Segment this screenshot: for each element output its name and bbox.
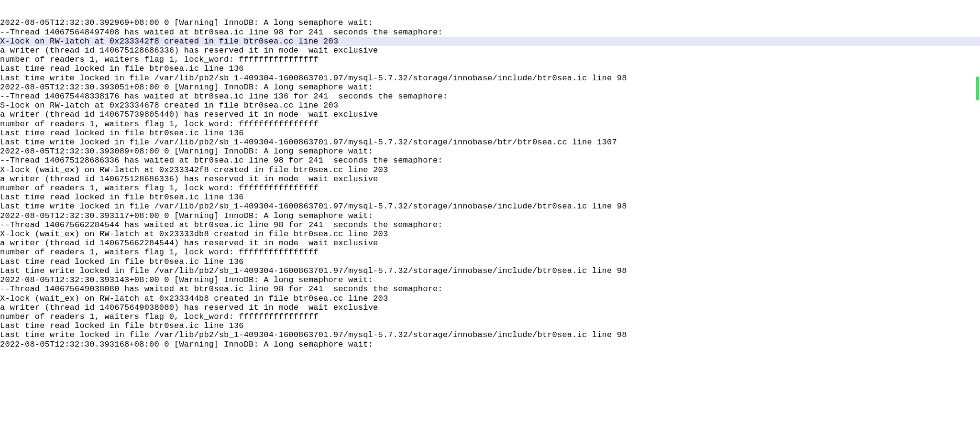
log-line[interactable]: X-lock (wait_ex) on RW-latch at 0x23333d… (0, 229, 980, 239)
log-line[interactable]: number of readers 1, waiters flag 1, loc… (0, 248, 980, 257)
log-line[interactable]: a writer (thread id 140675739805440) has… (0, 110, 980, 119)
log-line[interactable]: X-lock on RW-latch at 0x233342f8 created… (0, 37, 980, 46)
log-line[interactable]: --Thread 140675649038080 has waited at b… (0, 284, 980, 294)
scroll-position-indicator (976, 76, 979, 100)
log-line[interactable]: 2022-08-05T12:32:30.393143+08:00 0 [Warn… (0, 275, 980, 284)
log-line[interactable]: Last time read locked in file btr0sea.ic… (0, 257, 980, 266)
log-line[interactable]: a writer (thread id 140675128686336) has… (0, 46, 980, 55)
log-line[interactable]: a writer (thread id 140675128686336) has… (0, 174, 980, 184)
log-line[interactable]: Last time read locked in file btr0sea.ic… (0, 193, 980, 202)
log-line[interactable]: number of readers 1, waiters flag 1, loc… (0, 120, 980, 129)
log-line[interactable]: Last time write locked in file /var/lib/… (0, 266, 980, 275)
log-line[interactable]: 2022-08-05T12:32:30.393117+08:00 0 [Warn… (0, 211, 980, 220)
log-line[interactable]: --Thread 140675128686336 has waited at b… (0, 156, 980, 165)
log-line[interactable]: a writer (thread id 140675662284544) has… (0, 239, 980, 248)
log-line[interactable]: Last time write locked in file /var/lib/… (0, 202, 980, 211)
log-line[interactable]: 2022-08-05T12:32:30.393051+08:00 0 [Warn… (0, 83, 980, 92)
log-line[interactable]: Last time read locked in file btr0sea.ic… (0, 321, 980, 330)
log-line[interactable]: X-lock (wait_ex) on RW-latch at 0x233344… (0, 294, 980, 303)
log-line[interactable]: Last time write locked in file /var/lib/… (0, 330, 980, 339)
log-line[interactable]: Last time write locked in file /var/lib/… (0, 138, 980, 147)
log-line[interactable]: number of readers 1, waiters flag 1, loc… (0, 184, 980, 193)
log-line[interactable]: number of readers 1, waiters flag 1, loc… (0, 55, 980, 64)
log-line[interactable]: Last time write locked in file /var/lib/… (0, 74, 980, 83)
log-viewer[interactable]: 2022-08-05T12:32:30.392969+08:00 0 [Warn… (0, 0, 980, 425)
log-line[interactable]: a writer (thread id 140675649038080) has… (0, 303, 980, 312)
log-line[interactable]: Last time read locked in file btr0sea.ic… (0, 64, 980, 73)
log-line[interactable]: 2022-08-05T12:32:30.392969+08:00 0 [Warn… (0, 18, 980, 27)
log-line[interactable]: X-lock (wait_ex) on RW-latch at 0x233342… (0, 165, 980, 174)
log-line[interactable]: --Thread 140675648497408 has waited at b… (0, 28, 980, 37)
log-line[interactable]: Last time read locked in file btr0sea.ic… (0, 129, 980, 138)
log-line[interactable]: S-lock on RW-latch at 0x23334678 created… (0, 101, 980, 110)
log-line[interactable]: number of readers 1, waiters flag 0, loc… (0, 312, 980, 321)
log-line[interactable]: 2022-08-05T12:32:30.393168+08:00 0 [Warn… (0, 340, 980, 349)
log-line[interactable]: --Thread 140675448338176 has waited at b… (0, 92, 980, 101)
log-line[interactable]: 2022-08-05T12:32:30.393089+08:00 0 [Warn… (0, 147, 980, 156)
log-line[interactable]: --Thread 140675662284544 has waited at b… (0, 220, 980, 229)
